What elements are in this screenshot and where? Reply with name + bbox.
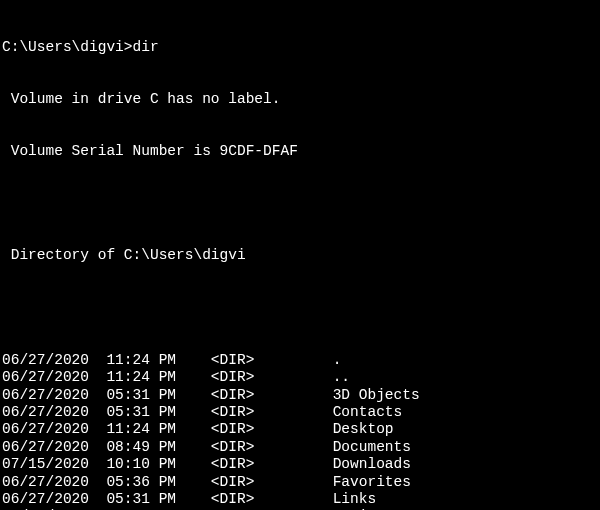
volume-label: Volume in drive C has no label. bbox=[2, 91, 598, 108]
blank bbox=[2, 195, 598, 212]
dir-entry: 06/27/2020 05:31 PM <DIR> Contacts bbox=[2, 404, 598, 421]
dir-entry: 06/27/2020 05:31 PM <DIR> Links bbox=[2, 491, 598, 508]
dir-entry: 06/27/2020 11:24 PM <DIR> .. bbox=[2, 369, 598, 386]
initial-prompt: C:\Users\digvi>dir bbox=[2, 39, 598, 56]
dir-entry: 06/27/2020 05:36 PM <DIR> Favorites bbox=[2, 474, 598, 491]
dir-entry: 06/27/2020 05:31 PM <DIR> 3D Objects bbox=[2, 387, 598, 404]
directory-of: Directory of C:\Users\digvi bbox=[2, 247, 598, 264]
volume-serial: Volume Serial Number is 9CDF-DFAF bbox=[2, 143, 598, 160]
dir-entry: 06/27/2020 08:49 PM <DIR> Documents bbox=[2, 439, 598, 456]
dir-entry: 06/27/2020 11:24 PM <DIR> . bbox=[2, 352, 598, 369]
blank bbox=[2, 300, 598, 317]
dir-entry: 07/15/2020 10:10 PM <DIR> Downloads bbox=[2, 456, 598, 473]
terminal-output[interactable]: C:\Users\digvi>dir Volume in drive C has… bbox=[2, 4, 598, 510]
dir-entry: 06/27/2020 11:24 PM <DIR> Desktop bbox=[2, 421, 598, 438]
directory-listing: 06/27/2020 11:24 PM <DIR> .06/27/2020 11… bbox=[2, 352, 598, 510]
